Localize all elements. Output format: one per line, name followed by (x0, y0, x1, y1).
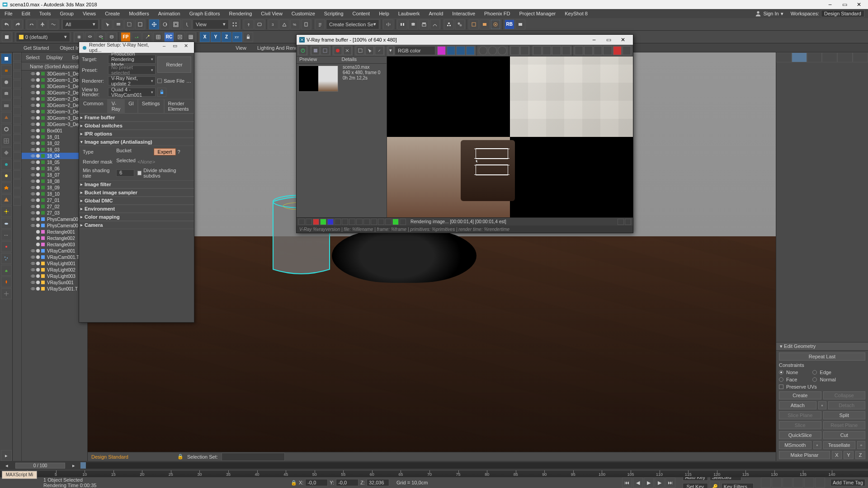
attach-button[interactable]: Attach (779, 401, 816, 409)
visibility-icon[interactable] (31, 217, 35, 221)
visibility-icon[interactable] (31, 286, 35, 291)
vfb-minimize-button[interactable]: – (587, 35, 601, 44)
render-setup-dialog[interactable]: Render Setup: V-Ray Next, upd... – ▭ ✕ T… (79, 42, 194, 323)
viewnav-zoomall-button[interactable] (783, 478, 793, 488)
viewnav-pan-button[interactable] (761, 478, 771, 488)
vfb-sb-10[interactable] (385, 219, 392, 225)
freeze-icon[interactable] (36, 243, 40, 246)
vfb-alpha-toggle[interactable] (456, 46, 465, 55)
visibility-icon[interactable] (31, 249, 35, 253)
vfb-close-button[interactable]: ✕ (616, 35, 630, 44)
freeze-icon[interactable] (36, 84, 40, 88)
vfb-trash-button[interactable] (520, 46, 529, 55)
visibility-icon[interactable] (31, 141, 35, 145)
scene-explorer-row[interactable]: VRayCam001.T (22, 254, 87, 260)
menu-group[interactable]: Group (55, 9, 78, 18)
palette-cone-icon[interactable] (1, 112, 12, 123)
split-button[interactable]: Split (823, 411, 866, 419)
visibility-icon[interactable] (31, 280, 35, 285)
menu-civilview[interactable]: Civil View (256, 9, 287, 18)
viewnav-orbit-button[interactable] (804, 478, 814, 488)
add-layer-button[interactable] (96, 32, 106, 42)
vfb-g-channel[interactable] (488, 46, 497, 55)
vfb-sb-4[interactable] (342, 219, 348, 225)
palette-particle-icon[interactable] (1, 253, 12, 264)
vfb-stop2-button[interactable] (613, 46, 622, 55)
use-pivot-center-button[interactable] (230, 19, 240, 29)
rc-button[interactable]: RC (164, 32, 174, 42)
planar-y-button[interactable]: Y (844, 451, 854, 459)
roll-globaldmc[interactable]: Global DMC (79, 197, 194, 205)
maximize-button[interactable]: ▭ (837, 0, 852, 9)
freeze-icon[interactable] (36, 173, 40, 177)
select-manipulate-button[interactable] (244, 19, 254, 29)
rect-region-button[interactable] (124, 19, 134, 29)
sampler-expert-button[interactable]: Expert (154, 148, 176, 155)
freeze-icon[interactable] (36, 287, 40, 291)
vfb-sb-11[interactable] (392, 219, 399, 225)
cut-button[interactable]: Cut (823, 431, 866, 439)
constraint-z-button[interactable]: Z (222, 32, 231, 42)
scene-explorer-row[interactable]: 27_01 (22, 197, 87, 203)
play-prev-button[interactable]: ◀ (633, 478, 643, 488)
freeze-icon[interactable] (36, 198, 40, 202)
se-light-icon[interactable] (13, 107, 21, 115)
visibility-icon[interactable] (31, 103, 35, 108)
ref-coord-system[interactable]: View▾ (193, 19, 229, 29)
editgeom-header[interactable]: ▾ Edit Geometry (776, 342, 868, 351)
vfb-mono-toggle[interactable] (466, 46, 475, 55)
window-crossing-button[interactable] (135, 19, 145, 29)
visibility-icon[interactable] (31, 223, 35, 228)
select-scale-button[interactable] (171, 19, 181, 29)
palette-light-icon[interactable] (1, 171, 12, 182)
palette-sun-icon[interactable] (1, 206, 12, 217)
vray-frame-buffer[interactable]: V-Ray frame buffer - [100% of 640 x 480]… (296, 34, 633, 233)
menu-help[interactable]: Help (374, 9, 394, 18)
keyfilters-button[interactable]: Key Filters... (722, 483, 754, 488)
vfb-history-button[interactable] (533, 46, 542, 55)
menu-laubwerk[interactable]: Laubwerk (394, 9, 425, 18)
vfb-sb-1[interactable] (298, 219, 305, 225)
msmooth-settings-button[interactable]: ▫ (813, 441, 821, 449)
roll-imagesampler[interactable]: Image sampler (Antialiasing) (79, 138, 194, 146)
freeze-icon[interactable] (36, 148, 40, 151)
constraint-none-radio[interactable] (779, 370, 783, 375)
scene-explorer-row[interactable]: 3DGeom~3_De (22, 115, 87, 121)
scene-explorer-row[interactable]: 18_09 (22, 184, 87, 191)
scene-explorer-row[interactable]: VRaySun001 (22, 279, 87, 286)
select-move-button[interactable] (149, 19, 159, 29)
selection-lock-icon[interactable]: 🔒 (177, 454, 184, 460)
menu-animation[interactable]: Animation (154, 9, 185, 18)
percent-snap-button[interactable]: % (290, 19, 300, 29)
lock-icon[interactable]: 🔒 (291, 480, 297, 486)
freeze-icon[interactable] (36, 274, 40, 278)
vfb-sb-blue[interactable] (327, 219, 334, 225)
freeze-icon[interactable] (36, 135, 40, 139)
palette-point-icon[interactable] (1, 241, 12, 252)
visibility-icon[interactable] (31, 97, 35, 101)
visibility-icon[interactable] (31, 90, 35, 95)
palette-leaf-icon[interactable] (1, 265, 12, 276)
table-button[interactable] (153, 32, 163, 42)
hide-layer-button[interactable] (85, 32, 95, 42)
terrain-button[interactable] (132, 32, 142, 42)
align-button[interactable] (397, 19, 407, 29)
vfb-region-button[interactable] (356, 46, 364, 55)
visibility-icon[interactable] (31, 211, 35, 215)
vfb-sb-3[interactable] (335, 219, 341, 225)
palette-gear-icon[interactable] (1, 159, 12, 170)
visibility-icon[interactable] (31, 261, 35, 266)
rs-maximize-button[interactable]: ▭ (170, 43, 180, 52)
menu-modifiers[interactable]: Modifiers (124, 9, 154, 18)
timeline-range[interactable]: 0 / 100 (15, 463, 65, 469)
freeze-icon[interactable] (36, 217, 40, 221)
scene-explorer-row[interactable]: 27_03 (22, 210, 87, 216)
visibility-icon[interactable] (31, 274, 35, 278)
workspace-selector[interactable]: Design Standard (821, 10, 864, 17)
vfb-link-button[interactable] (375, 46, 383, 55)
vfb-icc-button[interactable] (594, 46, 602, 55)
coord-z-input[interactable]: 32,036 (367, 479, 389, 486)
vfb-swatch-1[interactable] (437, 46, 446, 55)
se-filter-icon[interactable] (13, 152, 21, 160)
vfb-sb-9[interactable] (378, 219, 384, 225)
